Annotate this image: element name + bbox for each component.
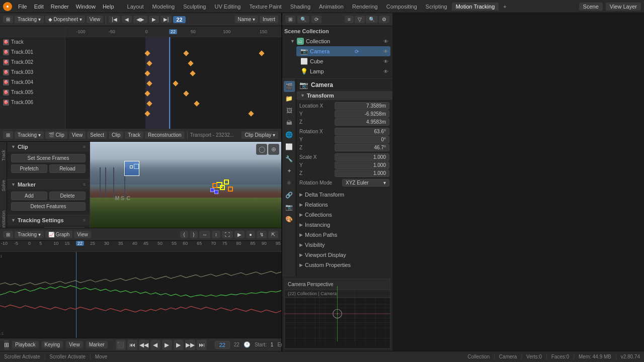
location-y-value[interactable]: -6.9258m [335, 110, 389, 118]
tracker-2[interactable] [224, 179, 229, 185]
lamp-eye-icon[interactable]: 👁 [383, 69, 388, 74]
workspace-animation[interactable]: Animation [315, 3, 348, 11]
collections-header[interactable]: ▶ Collections [296, 210, 392, 219]
tracker-3[interactable] [220, 185, 225, 190]
track-item-2[interactable]: 🎯 Track.002 [0, 57, 65, 67]
dopesheet-timeline[interactable]: -100 -50 0 22 50 100 150 [65, 26, 281, 129]
view-menu-ds[interactable]: View [87, 16, 104, 23]
kf-1-1[interactable] [188, 60, 193, 66]
clip-track-menu[interactable]: Track [125, 131, 143, 139]
menu-help[interactable]: Help [100, 3, 117, 11]
tree-item-cube[interactable]: ⬜ Cube 👁 [296, 56, 390, 66]
menu-file[interactable]: File [15, 3, 30, 11]
workspace-uv[interactable]: UV Editing [210, 3, 245, 11]
frame-step-start[interactable]: |◀ [109, 16, 120, 23]
current-frame-ds[interactable]: 22 [173, 16, 185, 23]
scale-y-value[interactable]: 1.000 [335, 161, 389, 169]
jump-end-btn[interactable]: ⏭ [197, 340, 207, 350]
prop-object-icon[interactable]: ⬜ [284, 141, 295, 152]
cube-eye-icon[interactable]: 👁 [383, 59, 388, 64]
custom-properties-header[interactable]: ▶ Custom Properties [296, 260, 392, 269]
graph-content[interactable]: 1 -1 [0, 252, 281, 338]
clip-view-menu[interactable]: View [69, 131, 86, 139]
prop-output-icon[interactable]: 📁 [284, 93, 295, 104]
playback-view-menu[interactable]: View [66, 341, 83, 348]
graph-record-btn[interactable]: ● [246, 231, 255, 238]
track-item-3[interactable]: 🎯 Track.003 [0, 67, 65, 77]
menu-window[interactable]: Window [73, 3, 99, 11]
tracker-4[interactable] [228, 187, 233, 192]
graph-tool-3[interactable]: ↔ [199, 231, 210, 238]
playback-dropdown[interactable]: Playback [12, 341, 39, 348]
rotation-z-value[interactable]: 46.7° [335, 144, 389, 151]
tracking-settings-menu-icon[interactable]: ≡ [83, 218, 86, 223]
clip-tracking-dropdown[interactable]: Tracking ▾ [15, 131, 44, 139]
graph-tool-4[interactable]: ↕ [212, 231, 220, 238]
sync-btn[interactable]: ⟳ [311, 16, 321, 23]
workspace-scripting[interactable]: Scripting [422, 3, 451, 11]
view-layer-selector[interactable]: View Layer [606, 3, 641, 11]
kf-0-2[interactable] [259, 50, 264, 56]
tracking-dropdown[interactable]: Tracking ▾ [15, 16, 44, 23]
kf-6-0[interactable] [144, 111, 150, 116]
kf-4-0[interactable] [144, 90, 150, 96]
transform-section-header[interactable]: ▼ Transform [296, 91, 392, 100]
workspace-shading[interactable]: Shading [286, 3, 314, 11]
relations-header[interactable]: ▶ Relations [296, 200, 392, 209]
graph-expand-btn[interactable]: ⇱ [268, 231, 278, 238]
playback-marker-menu[interactable]: Marker [86, 341, 108, 348]
prop-material-icon[interactable]: 🎨 [284, 214, 295, 225]
visibility-header[interactable]: ▶ Visibility [296, 240, 392, 249]
viewport-ctrl-1[interactable]: ◯ [256, 144, 267, 155]
workspace-add-tab[interactable]: + [499, 3, 510, 11]
workspace-layout[interactable]: Layout [123, 3, 148, 11]
stop-btn[interactable]: ⬛ [116, 340, 126, 350]
outliner-filter[interactable]: ▽ [355, 16, 365, 23]
viewport-display-header[interactable]: ▶ Viewport Display [296, 250, 392, 259]
prop-world-icon[interactable]: 🌐 [284, 129, 295, 140]
kf-2-1[interactable] [190, 70, 195, 76]
set-scene-frames-btn[interactable]: Set Scene Frames [11, 154, 86, 162]
prop-particles-icon[interactable]: ✦ [284, 165, 295, 176]
vtab-track[interactable]: Track [0, 148, 7, 163]
playback-settings-btn[interactable]: ⊞ [4, 340, 9, 350]
track-item-6[interactable]: 🎯 Track.006 [0, 98, 65, 108]
graph-view-menu[interactable]: View [74, 231, 91, 238]
motion-paths-header[interactable]: ▶ Motion Paths [296, 230, 392, 239]
clip-display-btn[interactable]: Clip Display ▾ [242, 131, 278, 139]
delete-marker-btn[interactable]: Delete [49, 192, 86, 200]
detect-features-btn[interactable]: Detect Features [11, 202, 86, 211]
prop-render-icon[interactable]: 🎬 [284, 81, 295, 92]
kf-0-0[interactable] [144, 50, 150, 56]
clip-reconstruction-menu[interactable]: Reconstruction [145, 131, 185, 139]
tree-item-lamp[interactable]: 💡 Lamp 👁 [296, 66, 390, 76]
workspace-motion-tracking[interactable]: Motion Tracking [452, 3, 499, 11]
camera-eye-icon[interactable]: 👁 [383, 49, 388, 54]
track-item-0[interactable]: 🎯 Track [0, 37, 65, 47]
rotation-x-value[interactable]: 63.6° [335, 128, 389, 135]
next-key-btn[interactable]: ▶ [174, 340, 184, 350]
outliner-mode-btn[interactable]: ⊞ [285, 16, 295, 23]
workspace-sculpting[interactable]: Sculpting [179, 3, 210, 11]
play-pause-btn[interactable]: ▶ [162, 340, 172, 350]
prev-frame-btn[interactable]: ◀◀ [139, 340, 149, 350]
prev-key-btn[interactable]: ◀ [150, 340, 160, 350]
outliner-settings[interactable]: ⚙ [379, 16, 389, 23]
kf-5-0[interactable] [146, 101, 152, 106]
delta-transform-header[interactable]: ▶ Delta Transform [296, 190, 392, 199]
collection-eye-icon[interactable]: 👁 [383, 39, 388, 44]
rotation-mode-dropdown[interactable]: XYZ Euler ▾ [342, 179, 389, 187]
kf-3-1[interactable] [173, 80, 178, 86]
jump-start-btn[interactable]: ⏮ [127, 340, 137, 350]
display-filter[interactable]: ≡ [345, 16, 354, 23]
prefetch-btn[interactable]: Prefetch [11, 164, 47, 173]
graph-tool-2[interactable]: ⟩ [190, 231, 198, 238]
tree-item-collection[interactable]: ▼ 🗂 Collection 👁 [288, 36, 390, 46]
name-filter[interactable]: Name ▾ [235, 16, 258, 23]
instancing-header[interactable]: ▶ Instancing [296, 220, 392, 229]
prop-constraints-icon[interactable]: 🔗 [284, 190, 295, 201]
next-frame-btn[interactable]: ▶▶ [185, 340, 195, 350]
current-frame-display[interactable]: 22 [215, 341, 230, 349]
invert-btn[interactable]: Invert [260, 16, 278, 23]
kf-0-1[interactable] [183, 50, 189, 56]
